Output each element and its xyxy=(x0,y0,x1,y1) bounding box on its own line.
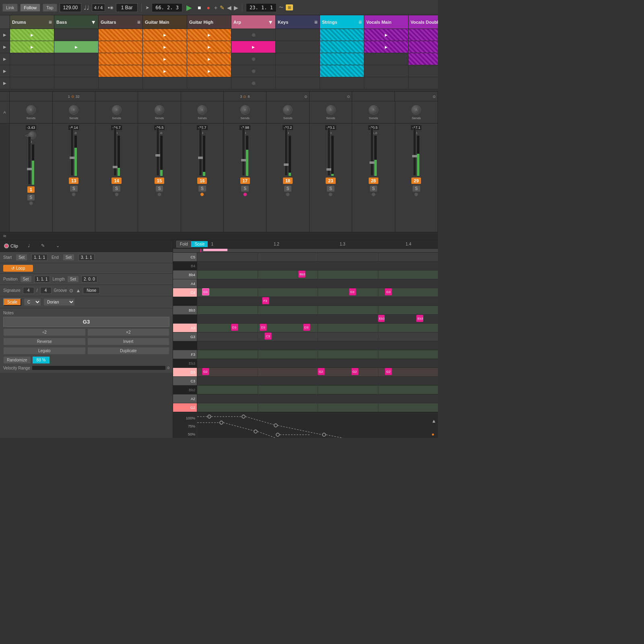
clip-arp-5[interactable] xyxy=(231,77,276,89)
arp-mute-btn[interactable] xyxy=(243,192,247,196)
strings-mute-btn[interactable] xyxy=(328,192,332,196)
drums-channel-num[interactable]: 1 xyxy=(27,186,35,193)
clip-strings-3[interactable] xyxy=(320,53,364,65)
groove-value[interactable]: None xyxy=(83,287,100,294)
guitarhigh-solo-btn[interactable]: S xyxy=(198,186,206,192)
groove-up-icon[interactable]: ▲ xyxy=(76,288,80,293)
clip-vocalsmain-3[interactable] xyxy=(364,53,409,65)
clip-drums-2[interactable]: ▶ xyxy=(10,41,54,53)
bass-send-knob[interactable]: A xyxy=(69,105,78,115)
clip-vocalsdoubl-2[interactable] xyxy=(409,41,438,53)
clip-vocalsmain-4[interactable] xyxy=(364,65,409,77)
env-tab[interactable]: ⌄ xyxy=(50,241,65,250)
nav-fwd-icon[interactable]: ▶ xyxy=(234,4,238,11)
divide-2-btn[interactable]: ÷2 xyxy=(3,328,86,336)
scroll-up-icon[interactable]: ▲ xyxy=(431,418,436,424)
clip-vocalsmain-1[interactable]: ▶ xyxy=(364,29,409,41)
vocalsmain-solo-btn[interactable]: S xyxy=(370,186,378,192)
clip-guitars-4[interactable] xyxy=(99,65,143,77)
arp-solo-btn[interactable]: S xyxy=(241,186,249,192)
clip-bass-4[interactable] xyxy=(54,65,99,77)
nav-back-icon[interactable]: ◀ xyxy=(227,4,231,11)
velocity-bar[interactable] xyxy=(32,365,166,370)
key-f4[interactable] xyxy=(173,297,197,306)
track-options-drums[interactable]: ≡ xyxy=(49,19,52,25)
clip-vocalsdoubl-3[interactable] xyxy=(409,53,438,65)
clip-drums-5[interactable] xyxy=(10,77,54,89)
strings-fader-track[interactable] xyxy=(327,128,330,176)
key-c4[interactable]: G3 xyxy=(173,332,197,341)
guitars-fader-track[interactable] xyxy=(114,128,117,176)
clip-drums-3[interactable] xyxy=(10,53,54,65)
fold-button[interactable]: Fold xyxy=(176,241,191,248)
drums-mute-btn[interactable] xyxy=(29,201,33,205)
clip-guitarhigh-5[interactable] xyxy=(187,77,231,89)
note-F3-1[interactable]: F3 xyxy=(262,297,269,304)
duplicate-btn[interactable]: Duplicate xyxy=(87,347,170,355)
note-C3-1[interactable]: C3 xyxy=(264,332,272,340)
key-bb3[interactable]: F3 xyxy=(173,350,197,359)
keys-channel-num[interactable]: 18 xyxy=(283,178,293,184)
reverse-btn[interactable]: Reverse xyxy=(3,338,86,345)
key-a4[interactable]: A4 xyxy=(173,279,197,288)
guitarhigh-send-knob[interactable]: A xyxy=(197,105,207,115)
quantize-display[interactable]: 1 Bar xyxy=(116,3,138,12)
clip-keys-3[interactable] xyxy=(276,53,320,65)
guitars-channel-num[interactable]: 14 xyxy=(111,178,121,184)
note-G3-1[interactable]: G3 xyxy=(202,288,209,295)
track-options-guitars[interactable]: ≡ xyxy=(137,19,140,25)
clip-guitarhigh-3[interactable]: ▶ xyxy=(187,53,231,65)
key-bb4[interactable]: Bb4 xyxy=(173,270,197,279)
key-c3[interactable]: G2 xyxy=(173,403,197,412)
loop-button[interactable]: ↺ Loop xyxy=(3,265,33,272)
keys-send-knob[interactable]: A xyxy=(283,105,293,115)
end-set-btn[interactable]: Set xyxy=(63,254,74,261)
scene-launch-1[interactable]: ▶ xyxy=(0,29,10,41)
guitarhigh-mute-btn[interactable] xyxy=(200,192,204,196)
expand-icon[interactable]: ≈ xyxy=(3,233,6,239)
note-D3-2[interactable]: D3 xyxy=(260,324,267,331)
clip-guitars-5[interactable] xyxy=(99,77,143,89)
guitarhigh-fader-track[interactable] xyxy=(199,128,202,176)
clip-drums-4[interactable] xyxy=(10,65,54,77)
vocalsmain-channel-num[interactable]: 28 xyxy=(369,178,378,184)
scale-mode-select[interactable]: DorianMajorMinor PhrygianLydianMixolydia… xyxy=(43,298,75,306)
key-d4[interactable]: A3 xyxy=(173,324,197,332)
length-set-btn[interactable]: Set xyxy=(67,276,79,283)
clip-keys-1[interactable] xyxy=(276,29,320,41)
keys-mute-btn[interactable] xyxy=(286,192,290,196)
clip-bass-2[interactable]: ▶ xyxy=(54,41,99,53)
sig-num[interactable]: 4 xyxy=(23,287,34,294)
note-D3-3[interactable]: D3 xyxy=(303,324,310,331)
scene-launch-2[interactable]: ▶ xyxy=(0,41,10,53)
clip-guitarhigh-4[interactable]: ▶ xyxy=(187,65,231,77)
guitarmain-fader-track[interactable] xyxy=(156,128,159,176)
scroll-mid-icon[interactable]: ● xyxy=(431,431,436,437)
clip-bass-3[interactable] xyxy=(54,53,99,65)
clip-guitars-2[interactable] xyxy=(99,41,143,53)
note-grid[interactable]: G3 D3 D3 C3 F3 Bb3 D3 G2 G2 G2 G2 G3 G3 … xyxy=(197,253,438,412)
bass-channel-num[interactable]: 13 xyxy=(69,178,78,184)
clip-bass-1[interactable] xyxy=(54,29,99,41)
clip-guitarmain-5[interactable] xyxy=(143,77,187,89)
key-eb4[interactable] xyxy=(173,315,197,324)
vocalsdoubl-channel-num[interactable]: 29 xyxy=(411,178,421,184)
key-g3[interactable]: D3 xyxy=(173,368,197,377)
track-options-keys[interactable]: ≡ xyxy=(314,19,318,25)
guitars-mute-btn[interactable] xyxy=(115,192,119,196)
vocalsdoubl-fader-track[interactable] xyxy=(413,128,416,176)
note-G2-4[interactable]: G2 xyxy=(385,368,392,375)
clip-guitars-1[interactable] xyxy=(99,29,143,41)
note-G3-2[interactable]: G3 xyxy=(349,288,356,295)
strings-channel-num[interactable]: 23 xyxy=(326,178,335,184)
clip-guitarmain-3[interactable]: ▶ xyxy=(143,53,187,65)
clip-vocalsdoubl-5[interactable] xyxy=(409,77,438,89)
vocalsmain-send-knob[interactable]: A xyxy=(369,105,378,115)
clip-strings-2[interactable] xyxy=(320,41,364,53)
position-set-btn[interactable]: Set xyxy=(20,276,32,283)
follow-button[interactable]: Follow xyxy=(20,4,40,12)
start-value[interactable]: 1. 1. 1 xyxy=(31,254,47,261)
clip-info-indicator[interactable]: Clip xyxy=(0,242,22,250)
scene-launch-4[interactable]: ▶ xyxy=(0,65,10,77)
key-a3[interactable]: Eb3 xyxy=(173,359,197,368)
